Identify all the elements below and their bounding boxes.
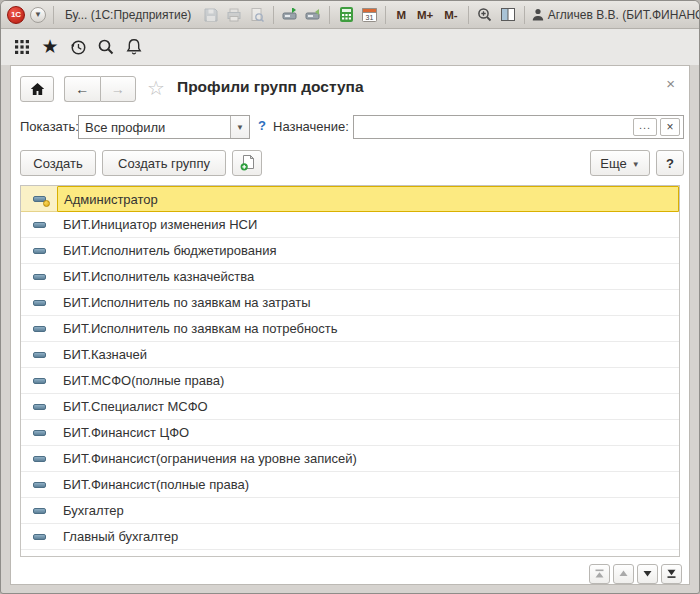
calculator-icon[interactable] [337, 5, 355, 25]
profile-item-icon [21, 550, 57, 557]
list-item[interactable]: БИТ.Исполнитель по заявкам на затраты [21, 290, 679, 316]
list-item[interactable]: БИТ.Казначей [21, 342, 679, 368]
profile-glyph-icon [33, 378, 46, 384]
separator [385, 6, 386, 24]
profile-item-label: БИТ.Финансист(полные права) [57, 472, 679, 497]
profile-item-icon [21, 342, 57, 367]
favorites-icon[interactable]: ★ [41, 37, 59, 55]
current-user[interactable]: Агличев В.В. (БИТ.ФИНАНС) [532, 8, 699, 22]
list-item[interactable]: БИТ.Финансист ЦФО [21, 420, 679, 446]
list-item[interactable] [21, 550, 679, 557]
profile-item-icon [21, 290, 57, 315]
profile-item-label: Главный бухгалтер [57, 524, 679, 549]
profile-item-icon [21, 394, 57, 419]
forward-button[interactable]: → [100, 76, 137, 102]
profile-glyph-icon [33, 222, 46, 228]
home-icon [30, 82, 45, 96]
profile-item-label: БИТ.Финансист ЦФО [57, 420, 679, 445]
list-item[interactable]: Администратор [21, 186, 679, 212]
list-item[interactable]: БИТ.Финансист(полные права) [21, 472, 679, 498]
create-button[interactable]: Создать [20, 150, 96, 176]
separator [53, 6, 54, 24]
filter-help-link[interactable]: ? [258, 118, 266, 133]
separator [468, 6, 469, 24]
profile-glyph-icon [33, 404, 46, 410]
home-button[interactable] [20, 76, 54, 102]
list-item[interactable]: БИТ.Инициатор изменения НСИ [21, 212, 679, 238]
profile-glyph-icon [33, 326, 46, 332]
titlebar: 1С ▼ Бу... (1С:Предприятие) 31 М М+ М- [1, 1, 699, 29]
calendar-day: 31 [365, 14, 373, 21]
create-group-button[interactable]: Создать группу [102, 150, 226, 176]
predefined-marker-icon [43, 200, 50, 207]
profile-item-icon [21, 498, 57, 523]
profile-item-label: Бухгалтер [57, 498, 679, 523]
list-item[interactable]: БИТ.Исполнитель казначейства [21, 264, 679, 290]
profile-glyph-icon [33, 534, 46, 540]
profile-item-icon [21, 420, 57, 445]
profile-item-icon [21, 316, 57, 341]
more-label: Еще [600, 156, 626, 171]
export-data-icon[interactable] [281, 5, 299, 25]
list-item[interactable]: БИТ.Специалист МСФО [21, 394, 679, 420]
profile-item-label: БИТ.Исполнитель по заявкам на потребност… [57, 316, 679, 341]
app-toolbar: ★ [1, 29, 699, 65]
more-button[interactable]: Еще ▼ [590, 150, 650, 176]
notifications-bell-icon[interactable] [125, 38, 143, 56]
back-button[interactable]: ← [64, 76, 100, 102]
1c-logo-icon: 1С [7, 6, 25, 24]
save-icon[interactable] [202, 5, 220, 25]
memory-m-button[interactable]: М [393, 9, 409, 21]
list-item[interactable]: Главный бухгалтер [21, 524, 679, 550]
create-by-copy-button[interactable] [232, 150, 262, 176]
separator [273, 6, 274, 24]
main-menu-button[interactable]: ▼ [30, 7, 46, 23]
zoom-icon[interactable] [476, 5, 494, 25]
import-data-icon[interactable] [304, 5, 322, 25]
profile-glyph-icon [33, 482, 46, 488]
show-filter-select[interactable]: Все профили ▼ [78, 115, 250, 139]
purpose-filter-label: Назначение: [273, 119, 349, 134]
profile-glyph-icon [33, 248, 46, 254]
go-first-button[interactable] [589, 564, 610, 584]
page-down-button[interactable] [637, 564, 658, 584]
search-icon[interactable] [97, 38, 115, 56]
print-preview-icon[interactable] [248, 5, 266, 25]
close-form-icon[interactable]: × [666, 76, 675, 91]
history-icon[interactable] [69, 38, 87, 56]
go-last-icon [666, 569, 677, 579]
page-title: Профили групп доступа [177, 78, 364, 96]
memory-m-plus-button[interactable]: М+ [414, 9, 436, 21]
purpose-choose-button[interactable]: ... [633, 118, 657, 136]
list-item[interactable]: БИТ.МСФО(полные права) [21, 368, 679, 394]
memory-m-minus-button[interactable]: М- [441, 9, 460, 21]
list-item[interactable]: БИТ.Исполнитель по заявкам на потребност… [21, 316, 679, 342]
profile-item-icon [21, 524, 57, 549]
sections-menu-icon[interactable] [13, 38, 31, 56]
profile-item-icon [21, 446, 57, 471]
profiles-list: АдминистраторБИТ.Инициатор изменения НСИ… [20, 185, 680, 557]
purpose-input[interactable] [354, 116, 630, 138]
user-icon [532, 8, 544, 21]
list-item[interactable]: БИТ.Исполнитель бюджетирования [21, 238, 679, 264]
list-item[interactable]: БИТ.Финансист(ограничения на уровне запи… [21, 446, 679, 472]
profile-item-label: БИТ.Финансист(ограничения на уровне запи… [57, 446, 679, 471]
list-item[interactable]: Бухгалтер [21, 498, 679, 524]
add-favorite-star-icon[interactable]: ☆ [147, 77, 165, 99]
app-window: 1С ▼ Бу... (1С:Предприятие) 31 М М+ М- [0, 0, 700, 594]
window-title: Бу... (1С:Предприятие) [65, 8, 191, 22]
page-up-button[interactable] [613, 564, 634, 584]
select-dropdown-button[interactable]: ▼ [230, 116, 249, 138]
split-panels-icon[interactable] [499, 5, 517, 25]
go-last-button[interactable] [661, 564, 682, 584]
help-button[interactable]: ? [656, 150, 684, 176]
profile-item-icon [21, 472, 57, 497]
purpose-clear-button[interactable]: × [660, 118, 680, 136]
calendar-icon[interactable]: 31 [360, 5, 378, 25]
print-icon[interactable] [225, 5, 243, 25]
triangle-up-icon [618, 569, 629, 579]
profile-glyph-icon [33, 508, 46, 514]
profile-glyph-icon [33, 274, 46, 280]
profile-glyph-icon [33, 352, 46, 358]
chevron-down-icon: ▼ [34, 10, 42, 19]
